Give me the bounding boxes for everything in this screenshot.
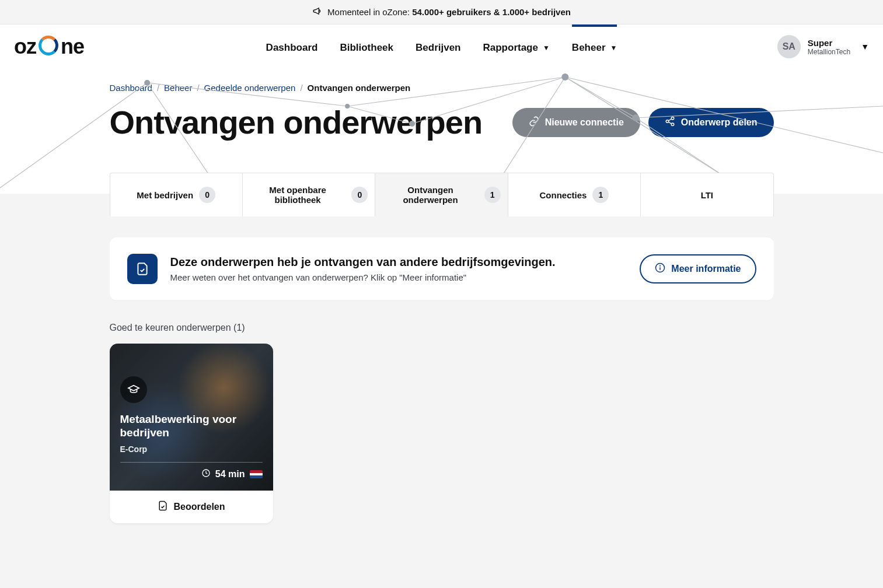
svg-point-18 bbox=[666, 120, 669, 123]
user-menu[interactable]: SA Super MetallionTech ▼ bbox=[777, 35, 869, 58]
share-icon bbox=[665, 116, 675, 129]
tab-lti[interactable]: LTI bbox=[641, 173, 773, 216]
info-card: Deze onderwerpen heb je ontvangen van an… bbox=[110, 237, 774, 300]
nav-item-label: Bibliotheek bbox=[340, 42, 393, 54]
svg-line-20 bbox=[668, 118, 671, 120]
more-info-button[interactable]: Meer informatie bbox=[640, 254, 756, 284]
avatar: SA bbox=[777, 35, 801, 58]
topic-card-action[interactable]: Beoordelen bbox=[110, 491, 273, 523]
info-sub: Meer weten over het ontvangen van onderw… bbox=[170, 272, 627, 282]
tab-met-openbare-bibliotheek[interactable]: Met openbare bibliotheek0 bbox=[243, 173, 375, 216]
document-check-icon bbox=[127, 254, 158, 284]
user-org: MetallionTech bbox=[808, 48, 850, 56]
announcement-highlight: 54.000+ gebruikers & 1.000+ bedrijven bbox=[412, 7, 571, 17]
flag-nl-icon bbox=[250, 470, 263, 478]
announcement-prefix: Momenteel in oZone: bbox=[327, 7, 412, 17]
tab-label: Connecties bbox=[539, 190, 587, 200]
svg-point-24 bbox=[660, 265, 661, 266]
main-header: ozne DashboardBibliotheekBedrijvenRappor… bbox=[0, 24, 883, 69]
breadcrumb-link[interactable]: Gedeelde onderwerpen bbox=[204, 83, 296, 93]
topic-card-org: E-Corp bbox=[120, 444, 263, 454]
tab-label: LTI bbox=[701, 190, 713, 200]
chevron-down-icon: ▼ bbox=[861, 42, 869, 51]
nav-item-dashboard[interactable]: Dashboard bbox=[266, 24, 318, 69]
page-tabs: Met bedrijven0Met openbare bibliotheek0O… bbox=[110, 173, 774, 216]
new-connection-button[interactable]: Nieuwe connectie bbox=[512, 108, 640, 137]
page-body: Deze onderwerpen heb je ontvangen van an… bbox=[0, 216, 883, 558]
svg-line-21 bbox=[668, 122, 671, 124]
nav-item-label: Rapportage bbox=[483, 42, 538, 54]
info-heading: Deze onderwerpen heb je ontvangen van an… bbox=[170, 256, 627, 269]
clock-icon bbox=[201, 468, 211, 480]
topic-card-duration: 54 min bbox=[215, 469, 245, 480]
chevron-down-icon: ▼ bbox=[610, 44, 617, 52]
primary-nav: DashboardBibliotheekBedrijvenRapportage▼… bbox=[266, 24, 617, 69]
nav-item-rapportage[interactable]: Rapportage▼ bbox=[483, 24, 550, 69]
tab-count-badge: 1 bbox=[484, 187, 501, 203]
chevron-down-icon: ▼ bbox=[543, 44, 550, 52]
tab-met-bedrijven[interactable]: Met bedrijven0 bbox=[110, 173, 243, 216]
megaphone-icon bbox=[312, 6, 323, 18]
tab-label: Met bedrijven bbox=[137, 190, 193, 200]
tab-label: Ontvangen onderwerpen bbox=[382, 185, 478, 205]
tab-count-badge: 0 bbox=[351, 187, 368, 203]
brand-logo[interactable]: ozne bbox=[14, 34, 84, 59]
nav-item-label: Dashboard bbox=[266, 42, 318, 54]
graduation-cap-icon bbox=[120, 376, 147, 403]
breadcrumb-link[interactable]: Beheer bbox=[164, 83, 192, 93]
link-icon bbox=[529, 116, 539, 129]
topic-card-grid: Metaalbewerking voor bedrijven E-Corp 54… bbox=[110, 344, 774, 523]
share-topic-button[interactable]: Onderwerp delen bbox=[648, 108, 774, 137]
info-icon bbox=[655, 262, 665, 275]
svg-point-17 bbox=[671, 117, 674, 120]
page-title: Ontvangen onderwerpen bbox=[110, 103, 483, 141]
tab-count-badge: 1 bbox=[592, 187, 609, 203]
tab-count-badge: 0 bbox=[199, 187, 215, 203]
topic-card-action-label: Beoordelen bbox=[173, 502, 225, 512]
topic-card-cover: Metaalbewerking voor bedrijven E-Corp 54… bbox=[110, 344, 273, 491]
section-heading: Goed te keuren onderwerpen (1) bbox=[110, 323, 774, 333]
breadcrumb-current: Ontvangen onderwerpen bbox=[308, 83, 411, 93]
logo-mark-icon bbox=[39, 36, 58, 55]
review-icon bbox=[157, 500, 169, 514]
nav-item-bedrijven[interactable]: Bedrijven bbox=[416, 24, 460, 69]
nav-item-bibliotheek[interactable]: Bibliotheek bbox=[340, 24, 393, 69]
svg-point-19 bbox=[671, 123, 674, 126]
announcement-bar: Momenteel in oZone: 54.000+ gebruikers &… bbox=[0, 0, 883, 24]
nav-item-label: Bedrijven bbox=[416, 42, 460, 54]
nav-item-label: Beheer bbox=[572, 42, 606, 54]
topic-card-title: Metaalbewerking voor bedrijven bbox=[120, 412, 263, 440]
breadcrumb: Dashboard/Beheer/Gedeelde onderwerpen/On… bbox=[110, 69, 774, 93]
topic-card[interactable]: Metaalbewerking voor bedrijven E-Corp 54… bbox=[110, 344, 273, 523]
nav-item-beheer[interactable]: Beheer▼ bbox=[572, 24, 617, 69]
tab-ontvangen-onderwerpen[interactable]: Ontvangen onderwerpen1 bbox=[375, 173, 508, 216]
tab-label: Met openbare bibliotheek bbox=[250, 185, 345, 205]
user-name: Super bbox=[808, 38, 850, 48]
tab-connecties[interactable]: Connecties1 bbox=[508, 173, 641, 216]
breadcrumb-link[interactable]: Dashboard bbox=[110, 83, 152, 93]
